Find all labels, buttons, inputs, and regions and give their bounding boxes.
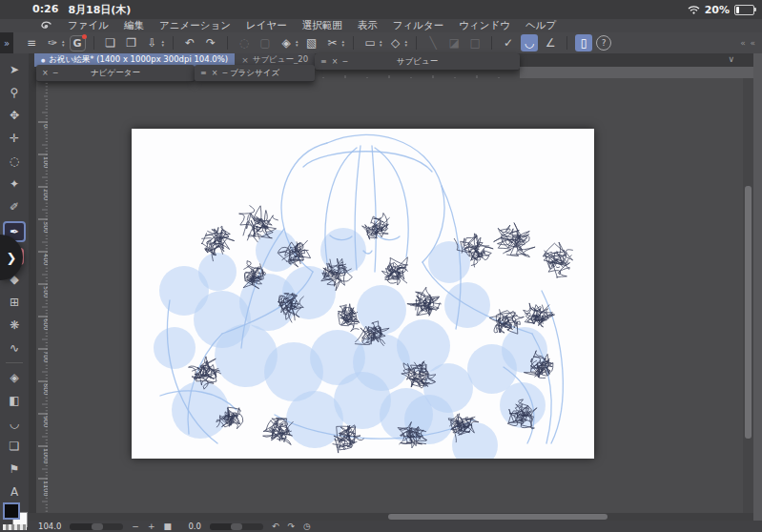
toolbar-collapse-button[interactable]: « « bbox=[740, 38, 762, 48]
hand-tool[interactable]: ✥ bbox=[5, 107, 24, 124]
cut-button[interactable]: ✂▴▾ bbox=[324, 34, 346, 51]
toolbar-separator bbox=[93, 36, 94, 50]
menu-item-4[interactable]: レイヤー bbox=[246, 19, 287, 32]
panel-brushsize-header[interactable]: ブラシサイズ ≡ × ─ bbox=[195, 65, 315, 82]
tabbar-chevron-down-icon[interactable]: ∨ bbox=[728, 54, 734, 64]
frame-tool[interactable]: ❏ bbox=[5, 438, 24, 455]
chevron-updown-icon[interactable]: ▴▾ bbox=[405, 39, 408, 47]
open-file-button[interactable]: ❐ bbox=[123, 34, 140, 51]
zoom-in-button[interactable]: + bbox=[148, 522, 155, 531]
menu-item-9[interactable]: ヘルプ bbox=[525, 19, 556, 32]
tool-palette: ➤⚲✥✛◌✦✐✒✏◆⊞❋∿◈◧◡❏⚑A bbox=[0, 53, 29, 532]
fill-button[interactable]: ◈▴▾ bbox=[278, 34, 299, 51]
modified-dot-icon: ● bbox=[41, 57, 45, 63]
text-tool[interactable]: A bbox=[5, 483, 24, 501]
horizontal-scrollbar-thumb[interactable] bbox=[388, 514, 608, 520]
right-dock-strip[interactable] bbox=[753, 53, 762, 532]
zoom-slider[interactable] bbox=[70, 523, 123, 530]
auto-select-tool[interactable]: ✦ bbox=[5, 175, 24, 193]
rotation-slider[interactable] bbox=[210, 523, 263, 530]
menu-item-3[interactable]: アニメーション bbox=[159, 19, 231, 32]
panel-menu-icon[interactable]: ≡ bbox=[200, 69, 207, 77]
new-canvas-button[interactable]: ❏ bbox=[102, 34, 119, 51]
wifi-icon bbox=[688, 5, 700, 14]
zoom-out-button[interactable]: − bbox=[132, 522, 139, 531]
polyline-tool[interactable]: ⚑ bbox=[5, 460, 24, 478]
open-file-icon: ❐ bbox=[123, 34, 140, 51]
chevron-updown-icon[interactable]: ▴▾ bbox=[380, 39, 382, 47]
toolbar-separator bbox=[566, 36, 567, 50]
toolbar-separator bbox=[173, 36, 174, 50]
snap-to-ruler-icon: ✓ bbox=[500, 34, 517, 51]
vertical-scrollbar-thumb[interactable] bbox=[745, 186, 752, 439]
selection-pen-button[interactable]: ▧ bbox=[303, 34, 320, 51]
panel-navigator-header[interactable]: ナビゲーター × ─ bbox=[36, 65, 195, 82]
new-canvas-icon: ❏ bbox=[102, 34, 119, 51]
operation-tool[interactable]: ➤ bbox=[5, 61, 24, 78]
move-layer-tool[interactable]: ✛ bbox=[5, 130, 24, 147]
help-button[interactable]: ? bbox=[596, 35, 611, 51]
help-icon: ? bbox=[596, 35, 611, 51]
chevron-updown-icon[interactable]: ▴▾ bbox=[342, 39, 345, 47]
foreground-color-swatch[interactable] bbox=[3, 502, 20, 520]
date: 8月18日(木) bbox=[68, 3, 131, 17]
rotate-right-button[interactable]: ↷ bbox=[288, 522, 296, 531]
clip-studio-app-button[interactable]: G bbox=[70, 35, 86, 51]
line-tool-icon: ╲ bbox=[424, 34, 442, 51]
main-menu-button[interactable]: ≡ bbox=[23, 34, 40, 51]
lasso-select-tool[interactable]: ◌ bbox=[5, 153, 24, 170]
vertical-scrollbar[interactable] bbox=[743, 78, 753, 513]
deselect-button[interactable]: ◇▴▾ bbox=[387, 34, 409, 51]
liquify-tool[interactable]: ∿ bbox=[5, 339, 24, 357]
tool-property-button[interactable]: ✑▴▾ bbox=[44, 34, 66, 51]
panel-minimize-icon[interactable]: ─ bbox=[342, 57, 347, 66]
companion-mode-button[interactable]: ▯ bbox=[575, 34, 592, 51]
transparent-color-swatch[interactable] bbox=[3, 524, 27, 530]
undo-button[interactable]: ↶ bbox=[181, 34, 198, 51]
ipad-status-bar: 0:26 8月18日(木) 20% bbox=[0, 0, 762, 19]
notification-dot-icon bbox=[82, 34, 87, 39]
workspace-expand-button[interactable]: » bbox=[0, 32, 13, 53]
rotate-left-button[interactable]: ↶ bbox=[272, 522, 279, 531]
selection-pen-icon: ▧ bbox=[303, 34, 320, 51]
menu-item-2[interactable]: 編集 bbox=[124, 19, 144, 32]
zoom-tool[interactable]: ⚲ bbox=[5, 84, 24, 101]
panel-minimize-icon[interactable]: ─ bbox=[222, 69, 227, 77]
panel-subview-header[interactable]: サブビュー ≡ × ─ bbox=[315, 53, 520, 71]
chevron-updown-icon[interactable]: ▴▾ bbox=[162, 39, 165, 47]
chevron-updown-icon[interactable]: ▴▾ bbox=[296, 39, 299, 47]
select-rectangle-button[interactable]: ▭▴▾ bbox=[361, 34, 383, 51]
panel-close-icon[interactable]: × bbox=[212, 69, 218, 77]
redo-button[interactable]: ↷ bbox=[202, 34, 219, 51]
snap-to-special-ruler-button[interactable]: ◡ bbox=[521, 34, 538, 51]
gradient-tool[interactable]: ◧ bbox=[5, 392, 24, 409]
rotation-value: 0.0 bbox=[180, 522, 201, 531]
menu-item-1[interactable]: ファイル bbox=[68, 19, 109, 32]
snap-to-ruler-button[interactable]: ✓ bbox=[500, 34, 517, 51]
zoom-fit-button[interactable]: ■ bbox=[163, 522, 172, 531]
snap-to-grid-button[interactable]: ∠ bbox=[542, 34, 559, 51]
canvas-surface[interactable] bbox=[132, 129, 594, 459]
panel-minimize-icon[interactable]: ─ bbox=[53, 69, 58, 77]
clip-studio-app-icon: G bbox=[70, 35, 86, 51]
figure-tool[interactable]: ◡ bbox=[5, 415, 24, 432]
eyedropper-tool[interactable]: ✐ bbox=[5, 198, 24, 215]
auto-action-button: ◌ bbox=[236, 34, 253, 51]
fill-icon: ◈ bbox=[278, 34, 295, 51]
panel-close-icon[interactable]: × bbox=[332, 57, 339, 66]
mesh-transform-tool[interactable]: ⊞ bbox=[5, 294, 24, 311]
menu-item-5[interactable]: 選択範囲 bbox=[302, 19, 342, 32]
clip-studio-logo-icon[interactable] bbox=[40, 21, 52, 31]
save-file-button[interactable]: ⇩▴▾ bbox=[144, 34, 166, 51]
tab-close-icon[interactable]: × bbox=[241, 55, 249, 65]
menu-item-7[interactable]: フィルター bbox=[393, 19, 443, 32]
panel-close-icon[interactable]: × bbox=[42, 69, 49, 77]
menu-item-8[interactable]: ウィンドウ bbox=[459, 19, 510, 32]
blend-tool[interactable]: ❋ bbox=[5, 317, 24, 334]
menu-item-6[interactable]: 表示 bbox=[358, 19, 378, 32]
bucket-tool[interactable]: ◈ bbox=[5, 369, 24, 386]
panel-menu-icon[interactable]: ≡ bbox=[320, 57, 327, 66]
horizontal-scrollbar[interactable] bbox=[29, 513, 753, 521]
chevron-updown-icon[interactable]: ▴▾ bbox=[62, 39, 65, 47]
reset-view-button[interactable]: ◷ bbox=[303, 522, 311, 531]
